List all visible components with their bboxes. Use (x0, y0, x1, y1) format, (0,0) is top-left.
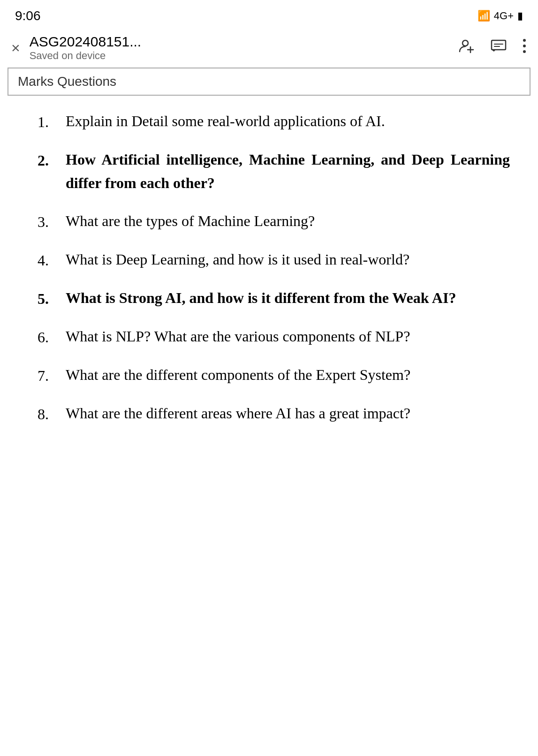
more-options-icon[interactable] (522, 38, 527, 58)
question-item-6: 6.What is NLP? What are the various comp… (38, 325, 510, 348)
question-text-7: What are the different components of the… (66, 363, 410, 387)
question-number-4: 4. (38, 248, 66, 272)
add-person-icon[interactable] (458, 38, 475, 58)
svg-point-6 (523, 39, 526, 42)
section-header: Marks Questions (8, 68, 530, 96)
close-button[interactable]: × (11, 39, 20, 57)
question-item-8: 8.What are the different areas where AI … (38, 402, 510, 425)
network-type: 4G+ (494, 10, 514, 22)
questions-list: 1.Explain in Detail some real-world appl… (38, 110, 510, 425)
svg-point-0 (462, 40, 468, 46)
question-text-3: What are the types of Machine Learning? (66, 210, 315, 233)
question-number-2: 2. (38, 148, 66, 195)
app-bar-actions (458, 38, 527, 58)
svg-rect-3 (492, 40, 506, 50)
question-number-7: 7. (38, 363, 66, 387)
question-text-6: What is NLP? What are the various compon… (66, 325, 410, 348)
comment-icon[interactable] (490, 38, 507, 58)
question-item-4: 4.What is Deep Learning, and how is it u… (38, 248, 510, 272)
question-text-5: What is Strong AI, and how is it differe… (66, 287, 456, 310)
app-bar-title-section: ASG202408151... Saved on device (30, 34, 449, 62)
app-bar-title: ASG202408151... (30, 34, 449, 50)
question-number-3: 3. (38, 210, 66, 233)
question-text-1: Explain in Detail some real-world applic… (66, 110, 385, 133)
question-number-8: 8. (38, 402, 66, 425)
content: 1.Explain in Detail some real-world appl… (0, 96, 538, 459)
status-time: 9:06 (15, 8, 41, 23)
question-number-6: 6. (38, 325, 66, 348)
status-bar: 9:06 📶 4G+ ▮ (0, 0, 538, 28)
question-item-2: 2.How Artificial intelligence, Machine L… (38, 148, 510, 195)
question-number-1: 1. (38, 110, 66, 133)
app-bar: × ASG202408151... Saved on device (0, 28, 538, 68)
svg-point-7 (523, 45, 526, 47)
question-item-3: 3.What are the types of Machine Learning… (38, 210, 510, 233)
section-header-text: Marks Questions (18, 74, 116, 89)
status-icons: 📶 4G+ ▮ (477, 10, 523, 22)
question-item-1: 1.Explain in Detail some real-world appl… (38, 110, 510, 133)
signal-icon: 📶 (477, 10, 490, 22)
question-number-5: 5. (38, 287, 66, 310)
battery-icon: ▮ (517, 10, 523, 22)
svg-point-8 (523, 50, 526, 53)
question-item-7: 7.What are the different components of t… (38, 363, 510, 387)
question-text-2: How Artificial intelligence, Machine Lea… (66, 148, 510, 195)
question-text-8: What are the different areas where AI ha… (66, 402, 410, 425)
question-item-5: 5.What is Strong AI, and how is it diffe… (38, 287, 510, 310)
app-bar-subtitle: Saved on device (30, 50, 449, 62)
question-text-4: What is Deep Learning, and how is it use… (66, 248, 409, 272)
